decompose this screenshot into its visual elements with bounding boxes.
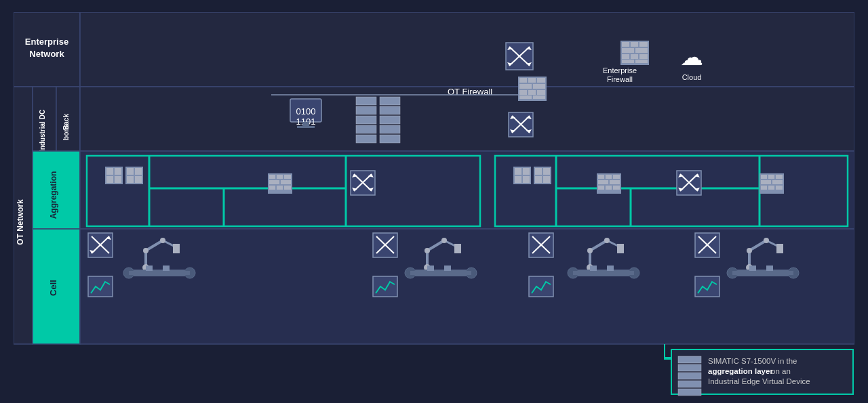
svg-rect-28 <box>635 60 648 63</box>
svg-rect-43 <box>380 135 400 143</box>
svg-rect-82 <box>543 168 550 175</box>
enterprise-firewall-label1: Enterprise <box>603 66 637 75</box>
svg-rect-22 <box>622 48 634 53</box>
svg-rect-139 <box>427 266 434 271</box>
svg-rect-83 <box>535 176 542 183</box>
svg-rect-11 <box>519 84 532 89</box>
server-rack-1 <box>356 97 376 143</box>
svg-rect-25 <box>631 54 638 59</box>
svg-rect-149 <box>617 244 624 253</box>
svg-rect-59 <box>135 176 142 183</box>
svg-rect-101 <box>761 175 767 179</box>
svg-point-147 <box>587 248 593 253</box>
svg-rect-138 <box>410 271 471 275</box>
svg-rect-41 <box>380 116 400 124</box>
svg-point-148 <box>604 238 610 243</box>
svg-rect-52 <box>115 168 121 175</box>
svg-rect-171 <box>678 356 701 363</box>
svg-rect-108 <box>776 186 783 190</box>
svg-rect-39 <box>380 97 400 105</box>
svg-rect-78 <box>515 176 521 183</box>
svg-text:Industrial  Edge Virtual Devic: Industrial Edge Virtual Device <box>708 377 810 385</box>
svg-rect-119 <box>173 244 180 253</box>
legend-text-1: SIMATIC S7-1500V in the <box>707 357 800 366</box>
svg-rect-81 <box>535 168 542 175</box>
svg-text:0100: 0100 <box>296 106 316 116</box>
svg-rect-72 <box>269 186 275 190</box>
svg-rect-37 <box>356 125 376 133</box>
enterprise-firewall-label2: Firewall <box>607 75 633 83</box>
svg-rect-32 <box>302 122 309 126</box>
enterprise-label-left: Enterprise <box>25 37 68 47</box>
plc-agg-left2 <box>125 167 143 184</box>
svg-rect-95 <box>598 180 608 184</box>
plc-agg-right1 <box>513 167 531 184</box>
svg-rect-103 <box>776 175 783 179</box>
svg-rect-154 <box>590 266 597 271</box>
svg-rect-84 <box>543 176 550 183</box>
svg-rect-153 <box>573 271 634 275</box>
svg-point-132 <box>425 248 430 253</box>
svg-rect-69 <box>284 175 291 179</box>
svg-rect-93 <box>606 175 612 179</box>
backbone-label2: bone <box>62 124 70 140</box>
svg-rect-40 <box>380 106 400 114</box>
ot-network-label: OT Network <box>16 199 25 245</box>
svg-rect-33 <box>297 126 315 128</box>
svg-rect-19 <box>622 42 629 47</box>
svg-rect-15 <box>537 90 545 95</box>
svg-rect-24 <box>622 54 629 59</box>
svg-point-163 <box>764 238 769 243</box>
svg-rect-107 <box>768 186 774 190</box>
svg-rect-35 <box>356 106 376 114</box>
svg-rect-73 <box>277 186 283 190</box>
cloud-icon: ☁ <box>680 44 703 70</box>
firewall-agg-right <box>597 173 621 194</box>
enterprise-row-right <box>80 12 854 87</box>
aggregation-label: Aggregation <box>49 171 58 219</box>
svg-rect-57 <box>135 168 142 175</box>
svg-rect-105 <box>772 180 783 184</box>
svg-rect-169 <box>749 266 756 271</box>
firewall-agg-right2 <box>760 173 784 194</box>
svg-rect-23 <box>635 48 648 53</box>
svg-rect-68 <box>277 175 283 179</box>
svg-rect-26 <box>639 54 648 59</box>
svg-rect-70 <box>269 180 279 184</box>
svg-rect-56 <box>127 168 134 175</box>
svg-point-162 <box>747 248 752 253</box>
svg-rect-20 <box>631 42 638 47</box>
svg-rect-170 <box>766 266 773 271</box>
svg-rect-181 <box>678 389 701 396</box>
svg-rect-38 <box>356 135 376 143</box>
legend-server-icon <box>678 356 701 378</box>
svg-rect-155 <box>607 266 614 271</box>
svg-rect-53 <box>106 176 113 183</box>
cell-chart-4 <box>695 276 719 297</box>
industrial-dc-label: Industrial DC <box>39 110 46 152</box>
svg-rect-13 <box>519 90 527 95</box>
svg-rect-173 <box>678 373 701 378</box>
svg-rect-8 <box>519 78 527 83</box>
cell-chart-2 <box>373 276 397 297</box>
svg-rect-140 <box>444 266 451 271</box>
svg-rect-9 <box>528 78 536 83</box>
svg-rect-124 <box>146 266 153 271</box>
svg-rect-77 <box>523 168 530 175</box>
svg-rect-17 <box>533 96 545 99</box>
svg-rect-172 <box>678 364 701 371</box>
svg-rect-14 <box>528 90 536 95</box>
plc-agg-left1 <box>105 167 123 184</box>
firewall-agg-left <box>268 173 292 194</box>
svg-rect-98 <box>606 186 612 190</box>
legend-text-2: on an <box>707 367 727 377</box>
server-rack-2 <box>380 97 400 143</box>
svg-rect-71 <box>281 180 291 184</box>
svg-text:Network: Network <box>29 49 64 59</box>
cloud-label: Cloud <box>682 73 702 81</box>
svg-rect-92 <box>598 175 604 179</box>
svg-rect-164 <box>776 244 783 253</box>
ot-firewall-icon <box>518 77 547 101</box>
svg-rect-180 <box>678 381 701 387</box>
svg-rect-134 <box>454 244 461 253</box>
